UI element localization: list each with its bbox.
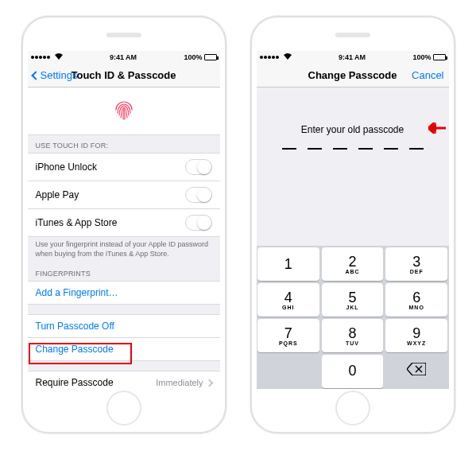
key-6[interactable]: 6MNO (385, 283, 447, 317)
row-add-fingerprint[interactable]: Add a Fingerprint… (28, 281, 220, 305)
row-apple-pay[interactable]: Apple Pay (28, 181, 220, 209)
key-backspace[interactable] (385, 355, 447, 388)
status-time: 9:41 AM (63, 53, 184, 61)
fingerprint-icon (110, 95, 138, 126)
screen: 9:41 AM 100% Settings Touch ID & Passcod… (28, 51, 220, 389)
toggle-itunes-app-store[interactable] (185, 215, 212, 231)
prompt-area: Enter your old passcode (257, 87, 449, 157)
annotation-arrow-icon (428, 122, 446, 136)
row-label: Change Passcode (36, 344, 212, 355)
row-label: Apple Pay (36, 189, 185, 200)
signal-icon (260, 56, 279, 59)
key-1[interactable]: 1 (257, 247, 319, 281)
row-label: Require Passcode (36, 377, 157, 388)
key-7[interactable]: 7PQRS (257, 319, 319, 352)
battery-indicator: 100% (184, 53, 216, 61)
phone-touch-id-settings: 9:41 AM 100% Settings Touch ID & Passcod… (21, 16, 226, 434)
key-5[interactable]: 5JKL (322, 283, 384, 317)
toggle-iphone-unlock[interactable] (185, 159, 212, 175)
phone-change-passcode: 9:41 AM 100% Change Passcode Cancel Ente… (250, 16, 455, 434)
passcode-dashes (265, 148, 441, 150)
section-footer-use-for: Use your fingerprint instead of your App… (28, 237, 220, 263)
screen: 9:41 AM 100% Change Passcode Cancel Ente… (257, 51, 449, 389)
navbar: Settings Touch ID & Passcode (28, 64, 220, 87)
cancel-button[interactable]: Cancel (412, 69, 443, 81)
row-label: iTunes & App Store (36, 217, 185, 228)
fingerprint-graphic-area (28, 87, 220, 135)
back-label: Settings (41, 69, 78, 81)
chevron-right-icon (205, 379, 213, 387)
numeric-keypad: 1 2ABC 3DEF 4GHI 5JKL 6MNO 7PQRS 8TUV 9W… (257, 246, 449, 389)
wifi-icon (284, 53, 292, 61)
key-3[interactable]: 3DEF (385, 247, 447, 281)
row-turn-passcode-off[interactable]: Turn Passcode Off (28, 314, 220, 338)
row-detail-value: Immediately (156, 378, 203, 387)
key-0[interactable]: 0 (322, 355, 384, 388)
row-iphone-unlock[interactable]: iPhone Unlock (28, 153, 220, 181)
wifi-icon (55, 53, 63, 61)
backspace-icon (407, 363, 426, 379)
toggle-apple-pay[interactable] (185, 187, 212, 203)
signal-icon (31, 56, 50, 59)
prompt-text: Enter your old passcode (265, 124, 441, 135)
back-button[interactable]: Settings (33, 69, 78, 81)
row-label: Add a Fingerprint… (36, 287, 212, 298)
key-8[interactable]: 8TUV (322, 319, 384, 352)
status-bar: 9:41 AM 100% (257, 51, 449, 64)
row-change-passcode[interactable]: Change Passcode (28, 338, 220, 361)
battery-indicator: 100% (412, 53, 445, 61)
row-itunes-app-store[interactable]: iTunes & App Store (28, 209, 220, 237)
status-time: 9:41 AM (292, 53, 413, 61)
key-4[interactable]: 4GHI (257, 283, 319, 317)
key-blank (257, 355, 319, 388)
section-header-use-for: USE TOUCH ID FOR: (28, 135, 220, 153)
key-2[interactable]: 2ABC (322, 247, 384, 281)
section-header-fingerprints: FINGERPRINTS (28, 263, 220, 281)
navbar: Change Passcode Cancel (257, 64, 449, 87)
key-9[interactable]: 9WXYZ (385, 319, 447, 352)
chevron-left-icon (31, 71, 40, 80)
row-label: iPhone Unlock (36, 161, 185, 173)
status-bar: 9:41 AM 100% (28, 51, 220, 64)
row-label: Turn Passcode Off (36, 321, 212, 332)
row-require-passcode[interactable]: Require Passcode Immediately (28, 371, 220, 389)
